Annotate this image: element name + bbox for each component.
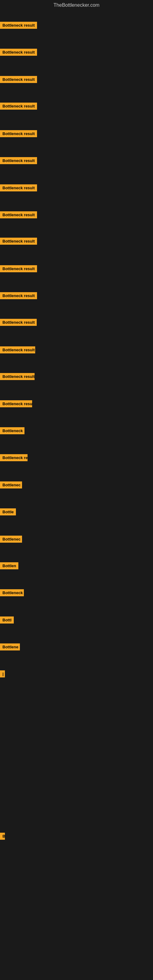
bottleneck-badge: B bbox=[0, 833, 5, 840]
bottleneck-result-item[interactable]: Bottlenec bbox=[0, 481, 22, 490]
bottleneck-result-item[interactable]: Bottleneck result bbox=[0, 185, 37, 192]
bottleneck-result-item[interactable]: Bottleneck result bbox=[0, 211, 37, 220]
bottleneck-badge: Bottleneck result bbox=[0, 211, 37, 218]
bottleneck-result-item[interactable]: Bottle bbox=[0, 508, 16, 517]
bottleneck-badge: Bottleneck result bbox=[0, 185, 37, 191]
bottleneck-result-item[interactable]: Bottleneck result bbox=[0, 76, 37, 84]
bottleneck-badge: Bottleneck result bbox=[0, 22, 37, 29]
bottleneck-result-item[interactable]: Bottleneck result bbox=[0, 157, 37, 165]
bottleneck-badge: Bottleneck result bbox=[0, 49, 37, 56]
bottleneck-badge: Bottleneck re bbox=[0, 454, 27, 461]
bottleneck-result-item[interactable]: Bottleneck result bbox=[0, 373, 35, 381]
bottleneck-badge: Bottlenec bbox=[0, 536, 22, 542]
bottleneck-badge: Bottleneck result bbox=[0, 103, 37, 110]
bottleneck-badge: Bottleneck result bbox=[0, 238, 37, 245]
bottleneck-result-item[interactable]: Bottleneck result bbox=[0, 319, 37, 327]
bottleneck-badge: Bottlene bbox=[0, 643, 20, 651]
bottleneck-result-item[interactable]: Bottleneck re bbox=[0, 454, 27, 463]
bottleneck-result-item[interactable]: Bottlene bbox=[0, 643, 20, 652]
site-title: TheBottlenecker.com bbox=[0, 0, 153, 10]
bottleneck-result-item[interactable]: Bottl bbox=[0, 616, 14, 625]
bottleneck-badge: Bottleneck result bbox=[0, 157, 37, 164]
bottleneck-result-item[interactable]: Bottlen bbox=[0, 562, 18, 571]
bottleneck-badge: Bottleneck result bbox=[0, 373, 35, 380]
bottleneck-result-item[interactable]: Bottleneck result bbox=[0, 49, 37, 57]
bottleneck-badge: Bottle bbox=[0, 508, 16, 515]
bottleneck-badge: Bottleneck bbox=[0, 427, 24, 434]
bottleneck-badge: | bbox=[0, 670, 5, 678]
bottleneck-badge: Bottleneck result bbox=[0, 292, 37, 299]
bottleneck-result-item[interactable]: Bottleneck resu bbox=[0, 400, 32, 409]
bottleneck-badge: Bottl bbox=[0, 616, 14, 624]
bottleneck-result-item[interactable]: Bottleneck result bbox=[0, 130, 37, 138]
bottleneck-result-item[interactable]: Bottleneck result bbox=[0, 103, 37, 111]
bottleneck-badge: Bottleneck bbox=[0, 589, 24, 596]
bottleneck-result-item[interactable]: Bottleneck result bbox=[0, 292, 37, 301]
bottleneck-badge: Bottleneck resu bbox=[0, 400, 32, 407]
bottleneck-result-item[interactable]: Bottlenec bbox=[0, 536, 22, 544]
bottleneck-result-item[interactable]: Bottleneck result bbox=[0, 22, 37, 30]
bottleneck-result-item[interactable]: Bottleneck bbox=[0, 427, 24, 436]
bottleneck-result-item[interactable]: Bottleneck result bbox=[0, 238, 37, 246]
bottleneck-result-item[interactable]: Bottleneck bbox=[0, 589, 24, 598]
bottleneck-badge: Bottleneck result bbox=[0, 346, 35, 353]
bottleneck-result-item[interactable]: | bbox=[0, 670, 5, 679]
bottleneck-badge: Bottleneck result bbox=[0, 76, 37, 83]
bottleneck-result-item[interactable]: Bottleneck result bbox=[0, 346, 35, 355]
bottleneck-badge: Bottleneck result bbox=[0, 265, 37, 272]
bottleneck-result-item[interactable]: Bottleneck result bbox=[0, 265, 37, 274]
bottleneck-badge: Bottlenec bbox=[0, 481, 22, 488]
bottleneck-result-item[interactable]: B bbox=[0, 833, 5, 841]
bottleneck-badge: Bottlen bbox=[0, 562, 18, 569]
bottleneck-badge: Bottleneck result bbox=[0, 319, 37, 326]
bottleneck-badge: Bottleneck result bbox=[0, 130, 37, 137]
